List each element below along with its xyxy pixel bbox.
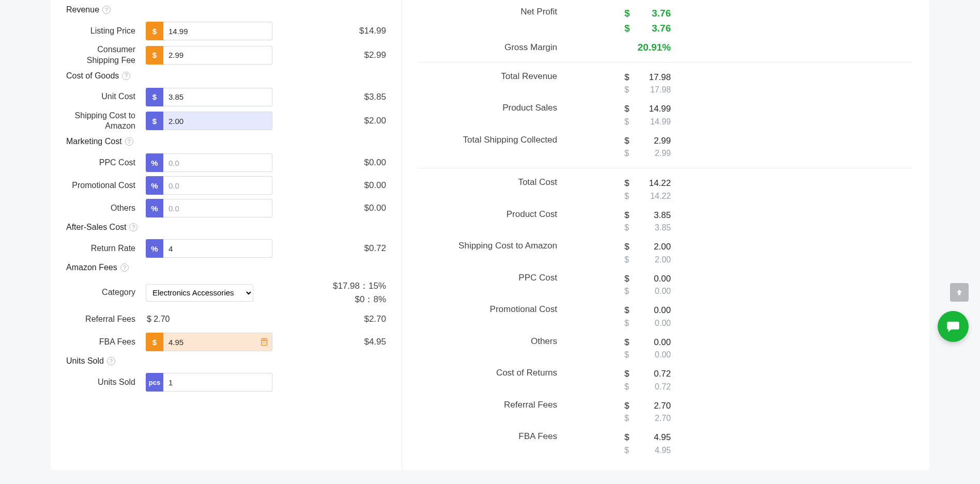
input-fba-fees[interactable] <box>163 333 272 351</box>
help-icon[interactable]: ? <box>120 263 129 272</box>
summary-row-values: $2.99$2.99 <box>557 134 671 160</box>
summary-row-values: $14.99$14.99 <box>557 102 671 128</box>
section-revenue: Revenue ? <box>66 2 402 20</box>
input-return-rate[interactable] <box>163 239 272 258</box>
summary-secondary-value: 2.70 <box>645 412 671 425</box>
currency-symbol: $ <box>624 399 632 413</box>
label-others: Others <box>66 203 139 214</box>
percent-addon: % <box>146 153 163 172</box>
input-promotional-cost[interactable] <box>163 176 272 195</box>
currency-symbol: $ <box>624 84 632 96</box>
row-referral-fees: Referral Fees $ 2.70 $2.70 <box>66 308 402 331</box>
summary-primary-value: 0.00 <box>645 304 671 317</box>
currency-symbol: $ <box>624 147 632 160</box>
summary-row-values: $14.22$14.22 <box>557 177 671 202</box>
label-promotional-cost: Promotional Cost <box>66 180 139 191</box>
summary-row-values: $17.98$17.98 <box>557 71 671 97</box>
input-others[interactable] <box>163 199 272 217</box>
label-consumer-shipping-fee: Consumer Shipping Fee <box>66 44 139 66</box>
summary-row-values: $0.00$0.00 <box>557 304 671 330</box>
value-others: $0.00 <box>272 203 402 213</box>
value-referral-fees: $2.70 <box>252 314 402 324</box>
label-referral-fees: Referral Fees <box>66 314 139 325</box>
section-units-sold: Units Sold ? <box>66 353 402 371</box>
summary-secondary-value: 14.99 <box>645 116 671 128</box>
percent-addon: % <box>146 176 163 195</box>
svg-point-2 <box>263 342 264 343</box>
input-units-sold[interactable] <box>163 373 272 392</box>
summary-row: Referral Fees$2.70$2.70 <box>418 396 912 428</box>
chat-button[interactable] <box>938 311 969 342</box>
input-column: Revenue ? Listing Price $ $14.99 Consume… <box>66 0 402 470</box>
summary-row-label: Shipping Cost to Amazon <box>418 240 557 252</box>
currency-symbol: $ <box>624 116 632 128</box>
currency-symbol: $ <box>624 381 632 393</box>
summary-row-label: FBA Fees <box>418 431 557 443</box>
summary-row-label: Total Shipping Collected <box>418 134 557 146</box>
pcs-addon: pcs <box>146 373 163 392</box>
summary-row: Others$0.00$0.00 <box>418 333 912 365</box>
summary-row-label: Total Revenue <box>418 71 557 83</box>
section-units-sold-label: Units Sold <box>66 356 104 366</box>
input-consumer-shipping-fee[interactable] <box>163 46 272 65</box>
tier-line-2: $0：8% <box>253 293 386 306</box>
scroll-top-button[interactable] <box>950 283 969 302</box>
help-icon[interactable]: ? <box>102 6 111 14</box>
dollar-addon: $ <box>146 112 163 130</box>
summary-row-label: Total Cost <box>418 177 557 189</box>
svg-point-4 <box>263 344 264 345</box>
help-icon[interactable]: ? <box>125 137 133 146</box>
help-icon[interactable]: ? <box>122 72 130 80</box>
tier-line-1: $17.98：15% <box>253 279 386 293</box>
help-icon[interactable]: ? <box>129 223 137 231</box>
calculator-icon[interactable] <box>260 337 268 347</box>
label-units-sold: Units Sold <box>66 377 139 388</box>
currency-symbol: $ <box>624 6 632 21</box>
summary-secondary-value: 14.22 <box>645 190 671 202</box>
summary-secondary-value: 0.00 <box>645 285 671 298</box>
summary-secondary-value: 0.00 <box>645 317 671 330</box>
svg-rect-1 <box>263 340 266 341</box>
chat-icon <box>946 319 960 334</box>
row-category: Category Electronics Accessories $17.98：… <box>66 277 402 308</box>
summary-row-label: PPC Cost <box>418 272 557 284</box>
row-others: Others % $0.00 <box>66 197 402 220</box>
help-icon[interactable]: ? <box>107 357 115 365</box>
currency-symbol: $ <box>624 240 632 254</box>
currency-symbol: $ <box>624 367 632 381</box>
summary-row-label: Referral Fees <box>418 399 557 411</box>
currency-symbol: $ <box>624 71 632 84</box>
currency-symbol: $ <box>624 317 632 330</box>
summary-row-values: $3.85$3.85 <box>557 209 671 235</box>
summary-primary-value: 0.00 <box>645 272 671 286</box>
summary-secondary-value: 3.85 <box>645 222 671 234</box>
dollar-addon: $ <box>146 88 163 106</box>
currency-symbol: $ <box>624 222 632 234</box>
summary-secondary-value: 4.95 <box>645 444 671 457</box>
summary-row: FBA Fees$4.95$4.95 <box>418 428 912 460</box>
dollar-addon: $ <box>146 46 163 65</box>
percent-addon: % <box>146 199 163 217</box>
divider <box>418 168 912 168</box>
currency-symbol: $ <box>624 134 632 148</box>
row-unit-cost: Unit Cost $ $3.85 <box>66 86 402 108</box>
row-fba-fees: FBA Fees $ <box>66 331 402 353</box>
section-revenue-label: Revenue <box>66 5 99 14</box>
calculator-card: Revenue ? Listing Price $ $14.99 Consume… <box>51 0 929 470</box>
row-shipping-to-amazon: Shipping Cost to Amazon $ $2.00 <box>66 108 402 134</box>
select-category[interactable]: Electronics Accessories <box>146 284 253 302</box>
input-shipping-to-amazon[interactable] <box>163 112 272 130</box>
input-ppc-cost[interactable] <box>163 153 272 172</box>
summary-row-values: $2.00$2.00 <box>557 240 671 266</box>
input-unit-cost[interactable] <box>163 88 272 106</box>
net-profit-value-1: 3.76 <box>645 6 671 21</box>
input-listing-price[interactable] <box>163 22 272 40</box>
row-ppc-cost: PPC Cost % $0.00 <box>66 151 402 174</box>
value-consumer-shipping-fee: $2.99 <box>272 50 402 60</box>
summary-primary-value: 3.85 <box>645 209 671 222</box>
currency-symbol: $ <box>624 349 632 361</box>
currency-symbol: $ <box>624 412 632 425</box>
summary-net-profit: Net Profit $ 3.76 $ 3.76 <box>418 3 912 39</box>
summary-row: Total Cost$14.22$14.22 <box>418 174 912 206</box>
dollar-addon: $ <box>146 22 163 40</box>
